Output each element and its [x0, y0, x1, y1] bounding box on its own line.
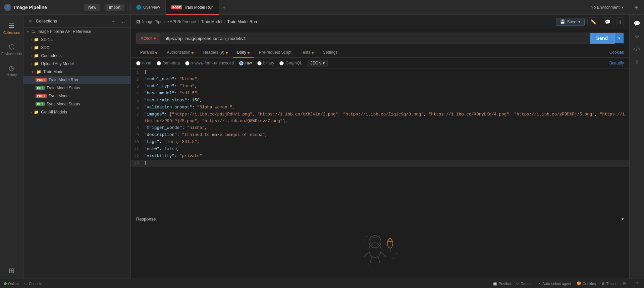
tab-pre-request[interactable]: Pre-request Script: [255, 47, 296, 57]
tab-headers[interactable]: Headers (9): [199, 47, 231, 57]
svg-point-15: [393, 258, 394, 259]
online-dot: [4, 282, 7, 285]
right-info-icon-button[interactable]: ℹ: [634, 56, 640, 68]
sidebar-item-plugins[interactable]: ⊞: [0, 262, 23, 279]
folder-icon: 📁: [36, 69, 41, 74]
radio-binary[interactable]: [257, 61, 262, 65]
cookies-status[interactable]: 🍪 Cookies: [577, 281, 596, 286]
body-options: none form-data x-www-form-urlencoded raw…: [131, 58, 629, 69]
tree-item-controlnets-label: Controlnets: [41, 53, 61, 58]
body-dot: [248, 52, 250, 54]
cookies-link[interactable]: Cookies: [609, 50, 624, 55]
cookies-icon: 🍪: [577, 281, 581, 286]
tree-item-upload-model[interactable]: › 📁 Upload Any Model: [23, 60, 130, 68]
json-format-selector[interactable]: JSON ▾: [308, 60, 328, 66]
postbot-status[interactable]: 🤖 Postbot: [493, 281, 511, 286]
edit-icon-button[interactable]: ✏️: [587, 17, 599, 26]
radio-none[interactable]: [136, 61, 141, 65]
auto-select-status[interactable]: ✓ Auto-select agent: [538, 281, 571, 286]
send-button[interactable]: Send: [590, 33, 614, 44]
tab-overview[interactable]: 🌐 Overview: [131, 0, 166, 15]
filter-icon-button[interactable]: ≡: [28, 17, 33, 25]
folder-icon: 📁: [34, 110, 39, 114]
status-bar-right: 🤖 Postbot ▷ Runner ✓ Auto-select agent 🍪…: [493, 279, 640, 288]
response-collapse-icon[interactable]: ▾: [622, 217, 624, 222]
breadcrumb-icon: 🖼: [136, 19, 140, 24]
new-button[interactable]: New: [84, 4, 100, 11]
option-graphql[interactable]: GraphQL: [279, 61, 302, 65]
tab-body[interactable]: Body: [233, 47, 254, 57]
runner-status[interactable]: ▷ Runner: [517, 281, 533, 286]
radio-graphql[interactable]: [279, 61, 284, 65]
right-code-icon-button[interactable]: </>: [631, 44, 643, 55]
tree-item-root[interactable]: ▼ 🗂 Image Pipeline API Reference: [23, 28, 130, 36]
tree-item-sync-model[interactable]: POST Sync Model: [23, 92, 130, 100]
tree-item-sdxl[interactable]: › 📁 SDXL: [23, 44, 130, 52]
radio-raw[interactable]: [239, 61, 244, 65]
tree-item-sdxl-label: SDXL: [41, 45, 51, 50]
tab-settings[interactable]: Settings: [319, 47, 341, 57]
option-urlencoded[interactable]: x-www-form-urlencoded: [185, 61, 234, 65]
radio-urlencoded[interactable]: [185, 61, 190, 65]
env-selector[interactable]: No Environment ▾: [585, 5, 629, 10]
send-dropdown-button[interactable]: ▾: [614, 33, 624, 43]
option-raw[interactable]: raw: [239, 61, 252, 65]
tree-item-train-model-run[interactable]: POST Train Model Run: [23, 76, 130, 84]
console-status[interactable]: ▭ Console: [24, 281, 42, 286]
method-chevron: ▾: [154, 36, 156, 41]
add-tab-button[interactable]: +: [219, 4, 229, 10]
comment-icon-button[interactable]: 💬: [602, 17, 613, 26]
tab-auth-label: Authorization: [167, 50, 190, 55]
code-line: 11 "nsfw": false,: [131, 146, 629, 153]
code-editor[interactable]: 1 { 2 "model_name": "Nisha", 3 "model_ty…: [131, 69, 629, 213]
import-button[interactable]: Import: [105, 4, 124, 11]
code-line: 6 "validation_prompt": "Nisha woman ",: [131, 104, 629, 111]
postbot-icon: 🤖: [493, 281, 497, 286]
tab-body-label: Body: [237, 50, 246, 55]
online-status: Online: [4, 282, 19, 286]
code-line: 2 "model_name": "Nisha",: [131, 76, 629, 83]
beautify-button[interactable]: Beautify: [609, 61, 624, 65]
more-options-button[interactable]: …: [119, 17, 126, 25]
tree-item-train-model-status[interactable]: GET Train Model Status: [23, 84, 130, 92]
tab-params-label: Params: [140, 50, 154, 55]
right-sidebar: 💬 ⚙ </> ℹ: [629, 15, 644, 279]
tree-item-sd15[interactable]: › 📁 SD-1.5: [23, 36, 130, 44]
chat-icon-button[interactable]: 💬: [632, 17, 642, 29]
method-selector[interactable]: POST ▾: [137, 33, 160, 44]
option-binary[interactable]: binary: [257, 61, 274, 65]
sidebar-item-history[interactable]: ◷ History: [0, 60, 23, 81]
grid-icon-button[interactable]: ⊞: [633, 3, 640, 12]
tree-item-sync-model-status[interactable]: GET Sync Model Status: [23, 100, 130, 108]
tab-tests[interactable]: Tests: [297, 47, 318, 57]
tree-item-train-model[interactable]: ▼ 📁 Train Model: [23, 68, 130, 76]
save-button[interactable]: 💾 Save ▾: [556, 18, 585, 26]
sidebar-item-environments[interactable]: ⬡ Environments: [0, 39, 23, 60]
add-collection-button[interactable]: +: [110, 17, 116, 25]
tab-train-model-run[interactable]: POST Train Model Run: [166, 0, 219, 15]
collection-icon: 🗂: [32, 29, 36, 34]
trash-status[interactable]: 🗑 Trash: [601, 282, 616, 286]
app-name: Image Pipeline: [14, 5, 82, 10]
grid-status-button[interactable]: ⊞: [621, 279, 628, 288]
app-logo: 👤 Image Pipeline New Import: [0, 4, 131, 11]
tree-item-get-all-models[interactable]: › 📁 Get All Models: [23, 108, 130, 116]
option-none[interactable]: none: [136, 61, 151, 65]
tab-params[interactable]: Params: [136, 47, 161, 57]
tree-area: ▼ 🗂 Image Pipeline API Reference › 📁 SD-…: [23, 28, 130, 279]
method-badge-get: GET: [36, 86, 45, 90]
collections-label: Collections: [3, 31, 20, 35]
url-input[interactable]: [160, 33, 589, 44]
breadcrumb-current: Train Model Run: [227, 19, 257, 24]
radio-form-data[interactable]: [157, 61, 161, 65]
headers-dot: [226, 52, 228, 54]
right-settings-icon-button[interactable]: ⚙: [633, 31, 641, 42]
option-form-data[interactable]: form-data: [157, 61, 180, 65]
tree-item-controlnets[interactable]: › 📁 Controlnets: [23, 52, 130, 60]
response-label: Response: [136, 217, 156, 222]
auto-select-label: Auto-select agent: [542, 282, 571, 286]
question-status-button[interactable]: ?: [634, 279, 640, 288]
tab-authorization[interactable]: Authorization: [163, 47, 198, 57]
info-icon-button[interactable]: ℹ: [616, 17, 624, 26]
sidebar-item-collections[interactable]: ☰ Collections: [0, 17, 23, 39]
